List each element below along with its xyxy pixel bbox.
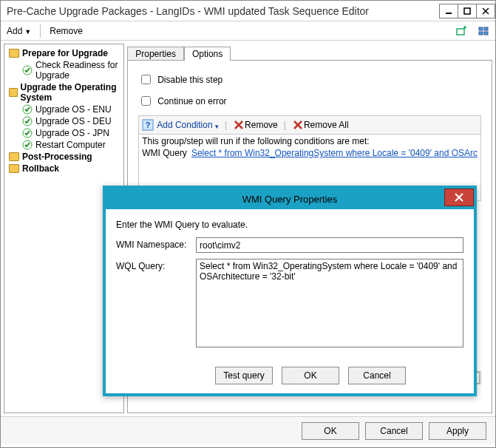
check-icon	[22, 65, 33, 75]
disable-step-input[interactable]	[141, 75, 151, 84]
step-check-readiness[interactable]: Check Readiness for Upgrade	[6, 59, 123, 81]
svg-rect-8	[484, 32, 488, 35]
remove-button[interactable]: Remove	[47, 24, 86, 38]
new-group-icon	[455, 25, 467, 37]
namespace-label: WMI Namespace:	[116, 237, 196, 250]
window-controls	[440, 4, 495, 18]
minimize-button[interactable]	[439, 4, 458, 18]
tab-label: Properties	[135, 49, 176, 59]
disable-step-label: Disable this step	[157, 75, 222, 85]
continue-on-error-label: Continue on error	[157, 96, 226, 106]
group-upgrade-os[interactable]: Upgrade the Operating System	[6, 81, 123, 103]
delete-icon	[233, 119, 245, 131]
svg-rect-5	[479, 27, 483, 30]
add-label: Add	[7, 26, 22, 36]
dropdown-icon: ▾	[215, 123, 219, 130]
group-rollback[interactable]: Rollback	[6, 163, 123, 174]
add-condition-label: Add Condition	[157, 120, 212, 130]
dialog-ok-label: OK	[304, 370, 316, 381]
folder-icon	[9, 152, 19, 161]
step-label: Restart Computer	[35, 140, 106, 150]
remove-condition-button[interactable]: Remove	[233, 119, 278, 131]
dialog-titlebar[interactable]: WMI Query Properties	[106, 189, 474, 209]
step-label: Upgrade OS - ENU	[35, 104, 112, 115]
svg-rect-7	[479, 32, 483, 35]
dialog-button-row: Test query OK Cancel	[106, 361, 474, 393]
dialog-cancel-button[interactable]: Cancel	[348, 367, 406, 384]
toolbar: Add ▼ Remove	[1, 21, 495, 41]
apply-label: Apply	[446, 426, 469, 436]
check-icon	[22, 104, 33, 115]
apply-button[interactable]: Apply	[429, 422, 486, 440]
toolbar-icon-1[interactable]	[452, 24, 470, 38]
remove-all-button[interactable]: Remove All	[292, 119, 349, 131]
group-label: Prepare for Upgrade	[22, 48, 108, 58]
cancel-label: Cancel	[380, 426, 407, 436]
tab-label: Options	[192, 49, 222, 59]
condition-type: WMI Query	[142, 148, 187, 158]
check-icon	[22, 116, 33, 126]
test-query-button[interactable]: Test query	[215, 367, 273, 384]
continue-on-error-input[interactable]	[141, 96, 151, 106]
namespace-row: WMI Namespace:	[116, 237, 463, 253]
svg-text:?: ?	[146, 121, 151, 129]
step-label: Upgrade OS - DEU	[35, 116, 112, 126]
group-label: Rollback	[22, 163, 59, 174]
close-icon	[455, 193, 463, 202]
step-upgrade-deu[interactable]: Upgrade OS - DEU	[6, 115, 123, 127]
separator	[40, 24, 41, 38]
add-menu[interactable]: Add ▼	[4, 24, 34, 38]
tab-properties[interactable]: Properties	[127, 47, 184, 61]
maximize-button[interactable]	[458, 4, 477, 18]
close-button[interactable]	[476, 4, 495, 18]
check-icon	[22, 128, 33, 138]
window-titlebar: Pre-Cache Upgrade Packages - LangIDs - W…	[1, 1, 495, 21]
svg-rect-6	[484, 27, 488, 30]
dialog-body: Enter the WMI Query to evaluate. WMI Nam…	[106, 209, 474, 361]
group-prepare[interactable]: Prepare for Upgrade	[6, 47, 123, 59]
disable-step-checkbox[interactable]: Disable this step	[138, 72, 481, 86]
wql-label: WQL Query:	[116, 259, 196, 271]
wql-textarea[interactable]	[196, 259, 463, 347]
test-query-label: Test query	[223, 370, 264, 381]
group-post-processing[interactable]: Post-Processing	[6, 151, 123, 163]
separator: |	[284, 120, 286, 130]
add-condition-menu[interactable]: Add Condition ▾	[157, 120, 219, 130]
step-upgrade-enu[interactable]: Upgrade OS - ENU	[6, 103, 123, 115]
delete-icon	[292, 119, 304, 131]
condition-row[interactable]: WMI Query Select * from Win32_OperatingS…	[142, 146, 478, 158]
folder-icon	[9, 49, 19, 58]
condition-link[interactable]: Select * from Win32_OperatingSystem wher…	[191, 148, 478, 158]
dropdown-icon: ▼	[24, 28, 31, 35]
wmi-query-dialog: WMI Query Properties Enter the WMI Query…	[103, 186, 477, 396]
close-icon	[482, 7, 489, 15]
window-title: Pre-Cache Upgrade Packages - LangIDs - W…	[7, 5, 440, 17]
toolbar-icon-2[interactable]	[475, 24, 492, 38]
condition-toolbar: ? Add Condition ▾ | Remove | Remove All	[138, 115, 481, 135]
ok-label: OK	[324, 426, 336, 436]
ok-button[interactable]: OK	[302, 422, 359, 440]
step-upgrade-jpn[interactable]: Upgrade OS - JPN	[6, 127, 123, 139]
dialog-ok-button[interactable]: OK	[282, 367, 339, 384]
folder-icon	[9, 164, 19, 173]
group-label: Upgrade the Operating System	[21, 82, 124, 103]
svg-rect-1	[464, 8, 470, 14]
group-label: Post-Processing	[22, 152, 92, 162]
minimize-icon	[445, 7, 452, 15]
step-restart[interactable]: Restart Computer	[6, 139, 123, 151]
namespace-input[interactable]	[196, 237, 463, 253]
step-label: Upgrade OS - JPN	[35, 128, 109, 138]
wql-row: WQL Query:	[116, 259, 463, 347]
folder-icon	[9, 88, 18, 97]
dialog-intro: Enter the WMI Query to evaluate.	[116, 220, 463, 230]
dialog-button-bar: OK Cancel Apply	[1, 416, 495, 444]
tab-strip: Properties Options	[127, 44, 492, 60]
cancel-button[interactable]: Cancel	[365, 422, 423, 440]
continue-on-error-checkbox[interactable]: Continue on error	[138, 94, 481, 108]
sequence-icon	[478, 25, 489, 37]
dialog-close-button[interactable]	[444, 189, 474, 206]
dialog-title: WMI Query Properties	[242, 194, 338, 205]
tab-options[interactable]: Options	[184, 47, 231, 61]
remove-condition-label: Remove	[245, 120, 278, 130]
check-icon	[22, 140, 33, 150]
